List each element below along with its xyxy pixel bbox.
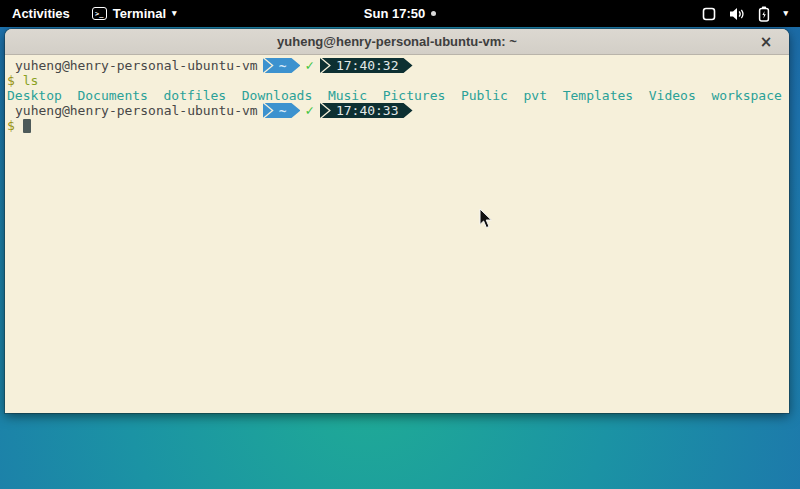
directory-name: Downloads — [242, 88, 312, 103]
notification-dot-icon — [431, 11, 436, 16]
directory-name: Pictures — [383, 88, 446, 103]
typed-command: ls — [23, 73, 39, 88]
chevron-down-icon: ▾ — [172, 9, 177, 18]
directory-name: workspace — [711, 88, 781, 103]
directory-name: Templates — [563, 88, 633, 103]
text-cursor — [23, 119, 31, 133]
top-bar-left: Activities >_ Terminal ▾ — [0, 0, 187, 27]
window-titlebar[interactable]: yuheng@henry-personal-ubuntu-vm: ~ × — [5, 29, 789, 55]
screen-icon — [702, 7, 716, 21]
app-menu-label: Terminal — [113, 6, 166, 21]
prompt-user-host: yuheng@henry-personal-ubuntu-vm — [15, 58, 258, 73]
prompt-line: yuheng@henry-personal-ubuntu-vm ~ ✓ 17:4… — [7, 103, 787, 118]
activities-button[interactable]: Activities — [0, 0, 82, 27]
terminal-screen[interactable]: yuheng@henry-personal-ubuntu-vm ~ ✓ 17:4… — [5, 55, 789, 413]
directory-name: pvt — [524, 88, 547, 103]
prompt-symbol: $ — [7, 73, 15, 88]
chevron-down-icon: ▾ — [783, 9, 788, 18]
battery-icon — [758, 6, 770, 22]
ls-output-line: Desktop Documents dotfiles Downloads Mus… — [7, 88, 787, 103]
check-icon: ✓ — [305, 58, 313, 73]
close-button[interactable]: × — [756, 29, 776, 55]
directory-name: dotfiles — [164, 88, 227, 103]
directory-name: Public — [461, 88, 508, 103]
clock-button[interactable]: Sun 17:50 — [364, 6, 436, 21]
volume-icon — [729, 7, 745, 21]
directory-name: Desktop — [7, 88, 62, 103]
prompt-timestamp: 17:40:32 — [322, 58, 413, 73]
prompt-user-host: yuheng@henry-personal-ubuntu-vm — [15, 103, 258, 118]
app-menu-terminal[interactable]: >_ Terminal ▾ — [82, 0, 187, 27]
directory-name: Music — [328, 88, 367, 103]
desktop: Activities >_ Terminal ▾ Sun 17:50 — [0, 0, 800, 489]
input-line: $ — [7, 118, 787, 133]
window-title: yuheng@henry-personal-ubuntu-vm: ~ — [277, 34, 517, 49]
check-icon: ✓ — [305, 103, 313, 118]
system-tray[interactable]: ▾ — [690, 0, 800, 27]
clock-label: Sun 17:50 — [364, 6, 425, 21]
terminal-window: yuheng@henry-personal-ubuntu-vm: ~ × yuh… — [5, 29, 789, 413]
top-bar: Activities >_ Terminal ▾ Sun 17:50 — [0, 0, 800, 27]
directory-name: Videos — [649, 88, 696, 103]
terminal-icon: >_ — [92, 7, 107, 20]
directory-name: Documents — [77, 88, 147, 103]
command-line: $ ls — [7, 73, 787, 88]
prompt-line: yuheng@henry-personal-ubuntu-vm ~ ✓ 17:4… — [7, 58, 787, 73]
prompt-symbol: $ — [7, 118, 15, 133]
prompt-timestamp: 17:40:33 — [322, 103, 413, 118]
